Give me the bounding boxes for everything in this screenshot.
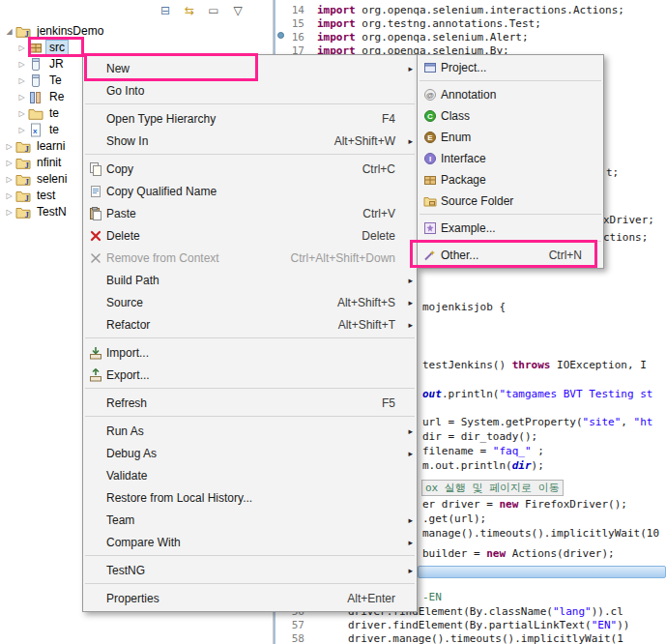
- tree-collapsed-icon[interactable]: ▷: [16, 126, 27, 134]
- menu-icon-blank: [85, 273, 106, 288]
- copy-qualified-icon: [85, 184, 106, 199]
- menu-item-paste[interactable]: PasteCtrl+V: [83, 202, 417, 224]
- menu-item-accelerator: Alt+Shift+T: [323, 318, 403, 332]
- menu-icon-blank: [85, 563, 106, 578]
- menu-icon-blank: [85, 468, 106, 483]
- menu-item-label: Show In: [106, 134, 148, 148]
- tree-collapsed-icon[interactable]: ▷: [16, 44, 27, 52]
- submenu-item-example[interactable]: Example...: [418, 218, 603, 239]
- menu-item-new[interactable]: New▸: [83, 57, 417, 79]
- menu-item-build-path[interactable]: Build Path▸: [83, 269, 417, 291]
- copy-icon: [85, 161, 106, 177]
- menu-icon-blank: [85, 83, 106, 99]
- tree-collapsed-icon[interactable]: ▷: [4, 191, 14, 200]
- menu-item-label: Compare With: [106, 536, 181, 549]
- submenu-arrow-icon: ▸: [403, 298, 413, 307]
- menu-item-label: Paste: [106, 207, 136, 220]
- tree-collapsed-icon[interactable]: ▷: [16, 109, 27, 118]
- submenu-item-class[interactable]: CClass: [418, 105, 603, 127]
- menu-icon-blank: [85, 317, 106, 333]
- menu-item-delete[interactable]: DeleteDelete: [83, 224, 417, 247]
- menu-item-run-as[interactable]: Run As▸: [83, 420, 417, 442]
- menu-item-go-into[interactable]: Go Into: [83, 79, 417, 102]
- menu-item-refresh[interactable]: RefreshF5: [83, 392, 417, 414]
- menu-separator: [83, 386, 417, 392]
- menu-item-import[interactable]: Import...: [83, 341, 417, 364]
- tree-item-label: JR: [46, 57, 67, 72]
- tree-collapsed-icon[interactable]: ▷: [16, 60, 27, 69]
- menu-item-label: Refactor: [106, 318, 150, 332]
- submenu-arrow-icon: ▸: [403, 64, 413, 73]
- tree-collapsed-icon[interactable]: ▷: [16, 76, 27, 85]
- menu-item-source[interactable]: SourceAlt+Shift+S▸: [83, 291, 417, 313]
- svg-text:J: J: [24, 29, 29, 39]
- menu-item-label: Annotation: [441, 88, 496, 102]
- menu-item-label: Example...: [441, 221, 496, 235]
- paste-icon: [85, 206, 106, 221]
- submenu-item-package[interactable]: Package: [418, 169, 603, 190]
- menu-icon-blank: [85, 61, 106, 76]
- menu-item-label: Project...: [441, 61, 486, 74]
- project-icon: [420, 60, 441, 75]
- delete-icon: [85, 228, 106, 244]
- collapse-all-icon[interactable]: ⊟: [157, 2, 174, 19]
- menu-item-label: Debug As: [106, 447, 157, 460]
- submenu-item-other[interactable]: Other...Ctrl+N: [418, 245, 603, 266]
- menu-item-label: Copy Qualified Name: [106, 185, 217, 198]
- menu-item-label: Run As: [106, 424, 144, 438]
- tree-expanded-icon[interactable]: ◢: [4, 27, 14, 36]
- menu-item-properties[interactable]: PropertiesAlt+Enter: [83, 587, 417, 609]
- submenu-item-enum[interactable]: EEnum: [418, 127, 603, 148]
- menu-item-label: Delete: [106, 229, 140, 243]
- xml-file-icon: x: [27, 123, 43, 137]
- tree-collapsed-icon[interactable]: ▷: [4, 159, 14, 167]
- submenu-arrow-icon: ▸: [403, 426, 413, 436]
- view-menu-icon[interactable]: ▽: [229, 2, 246, 19]
- menu-item-copy[interactable]: CopyCtrl+C: [83, 158, 417, 180]
- package-icon: [420, 172, 441, 188]
- menu-item-copy-qualified-name[interactable]: Copy Qualified Name: [83, 180, 417, 202]
- folder-icon: [27, 106, 43, 121]
- menu-icon-blank: [85, 591, 106, 606]
- menu-item-label: Build Path: [106, 274, 159, 287]
- menu-item-testng[interactable]: TestNG▸: [83, 559, 417, 581]
- link-with-editor-icon[interactable]: ⇆: [181, 2, 198, 19]
- tree-collapsed-icon[interactable]: ▷: [4, 175, 14, 184]
- submenu-item-annotation[interactable]: @Annotation: [418, 84, 603, 105]
- tree-item-label: jenkinsDemo: [34, 24, 106, 39]
- svg-text:x: x: [33, 127, 38, 135]
- menu-item-restore-from-local-history[interactable]: Restore from Local History...: [83, 486, 417, 509]
- menu-icon-blank: [85, 512, 106, 528]
- submenu-item-project[interactable]: Project...: [418, 57, 603, 78]
- menu-icon-blank: [85, 490, 106, 506]
- menu-item-refactor[interactable]: RefactorAlt+Shift+T▸: [83, 313, 417, 336]
- submenu-item-interface[interactable]: IInterface: [418, 148, 603, 169]
- menu-item-accelerator: Alt+Shift+W: [319, 134, 403, 148]
- menu-item-accelerator: F4: [366, 112, 403, 126]
- submenu-item-source-folder[interactable]: Source Folder: [418, 190, 603, 212]
- tree-item-label: nfinit: [34, 156, 64, 170]
- tree-item-label: te: [46, 106, 62, 121]
- tree-collapsed-icon[interactable]: ▷: [4, 142, 14, 151]
- menu-item-label: Class: [441, 109, 470, 123]
- menu-separator: [418, 212, 603, 218]
- tree-item-label: seleni: [34, 172, 70, 187]
- tree-collapsed-icon[interactable]: ▷: [4, 208, 14, 217]
- svg-text:J: J: [24, 161, 29, 170]
- menu-item-show-in[interactable]: Show InAlt+Shift+W▸: [83, 130, 417, 152]
- java-project-icon: J: [14, 205, 31, 220]
- menu-item-team[interactable]: Team▸: [83, 509, 417, 531]
- menu-item-compare-with[interactable]: Compare With▸: [83, 531, 417, 553]
- tree-item-jenkinsdemo[interactable]: ◢JjenkinsDemo: [0, 23, 273, 40]
- menu-separator: [83, 336, 417, 341]
- menu-separator: [83, 152, 417, 158]
- menu-item-open-type-hierarchy[interactable]: Open Type HierarchyF4: [83, 107, 417, 130]
- menu-item-debug-as[interactable]: Debug As▸: [83, 442, 417, 464]
- menu-icon-blank: [85, 424, 106, 439]
- menu-item-export[interactable]: Export...: [83, 364, 417, 386]
- tree-collapsed-icon[interactable]: ▷: [16, 93, 27, 102]
- minimize-icon[interactable]: ▭: [205, 2, 222, 19]
- menu-item-validate[interactable]: Validate: [83, 464, 417, 486]
- menu-item-label: Enum: [441, 131, 471, 144]
- menu-item-remove-from-context[interactable]: Remove from ContextCtrl+Alt+Shift+Down: [83, 247, 417, 269]
